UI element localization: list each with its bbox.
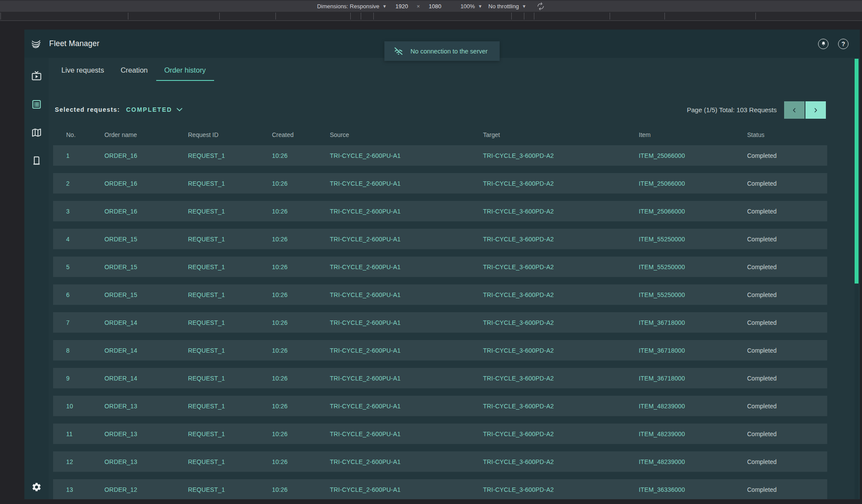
cell-status: Completed bbox=[747, 236, 827, 243]
cell-target: TRI-CYCLE_3-600PD-A2 bbox=[483, 458, 639, 465]
pagination-info: Page (1/5) Total: 103 Requests bbox=[687, 106, 777, 113]
help-icon[interactable]: ? bbox=[838, 39, 849, 49]
cell-source: TRI-CYCLE_2-600PU-A1 bbox=[330, 208, 483, 215]
status-filter-dropdown[interactable]: COMPLETED bbox=[126, 106, 183, 113]
table-row[interactable]: 5 ORDER_15 REQUEST_1 10:26 TRI-CYCLE_2-6… bbox=[53, 257, 827, 277]
column-header-no: No. bbox=[53, 131, 104, 138]
table-row[interactable]: 9 ORDER_14 REQUEST_1 10:26 TRI-CYCLE_2-6… bbox=[53, 368, 827, 388]
cell-request-id: REQUEST_1 bbox=[188, 236, 272, 243]
tab-live-requests[interactable]: Live requests bbox=[53, 66, 112, 81]
table-row[interactable]: 6 ORDER_15 REQUEST_1 10:26 TRI-CYCLE_2-6… bbox=[53, 284, 827, 305]
sidebar-item-map[interactable] bbox=[28, 124, 45, 141]
table-row[interactable]: 4 ORDER_15 REQUEST_1 10:26 TRI-CYCLE_2-6… bbox=[53, 229, 827, 249]
table-row[interactable]: 13 ORDER_12 REQUEST_1 10:26 TRI-CYCLE_2-… bbox=[53, 479, 827, 499]
cell-created: 10:26 bbox=[272, 347, 330, 354]
no-connection-toast: No connection to the server bbox=[384, 41, 500, 61]
cell-request-id: REQUEST_1 bbox=[188, 208, 272, 215]
cell-source: TRI-CYCLE_2-600PU-A1 bbox=[330, 486, 483, 493]
toast-message: No connection to the server bbox=[410, 48, 487, 55]
devtools-dimensions-dropdown[interactable]: Dimensions: Responsive ▼ bbox=[317, 3, 387, 10]
scrollbar-thumb[interactable] bbox=[855, 59, 859, 284]
cell-request-id: REQUEST_1 bbox=[188, 375, 272, 382]
layers-swirl-logo bbox=[30, 38, 42, 50]
devtools-throttling-dropdown[interactable]: No throttling ▼ bbox=[488, 3, 526, 10]
sidebar-item-settings[interactable] bbox=[28, 478, 45, 496]
cell-request-id: REQUEST_1 bbox=[188, 347, 272, 354]
devtools-zoom-dropdown[interactable]: 100% ▼ bbox=[460, 3, 482, 10]
cell-order-name: ORDER_15 bbox=[104, 291, 188, 298]
sidebar-item-order-history[interactable] bbox=[28, 96, 45, 113]
table-row[interactable]: 11 ORDER_13 REQUEST_1 10:26 TRI-CYCLE_2-… bbox=[53, 424, 827, 444]
table-header-row: No. Order name Request ID Created Source… bbox=[53, 131, 827, 138]
page-title: Fleet Manager bbox=[49, 39, 99, 48]
next-page-button[interactable] bbox=[805, 101, 826, 119]
cell-status: Completed bbox=[747, 403, 827, 410]
column-header-created: Created bbox=[272, 131, 330, 138]
cell-request-id: REQUEST_1 bbox=[188, 264, 272, 270]
column-header-target: Target bbox=[483, 131, 639, 138]
cell-status: Completed bbox=[747, 319, 827, 326]
cell-item: ITEM_48239000 bbox=[639, 403, 747, 410]
sidebar bbox=[24, 58, 49, 499]
tab-order-history[interactable]: Order history bbox=[156, 66, 214, 81]
sidebar-item-docs[interactable] bbox=[28, 152, 45, 170]
cell-source: TRI-CYCLE_2-600PU-A1 bbox=[330, 180, 483, 187]
table-row[interactable]: 1 ORDER_16 REQUEST_1 10:26 TRI-CYCLE_2-6… bbox=[53, 145, 827, 166]
tab-strip-divider bbox=[373, 13, 374, 20]
gear-icon bbox=[31, 482, 42, 492]
cell-created: 10:26 bbox=[272, 264, 330, 270]
cell-order-name: ORDER_13 bbox=[104, 403, 188, 410]
cell-request-id: REQUEST_1 bbox=[188, 319, 272, 326]
tab-strip-divider bbox=[219, 13, 220, 20]
cell-request-id: REQUEST_1 bbox=[188, 486, 272, 493]
cell-source: TRI-CYCLE_2-600PU-A1 bbox=[330, 403, 483, 410]
question-glyph: ? bbox=[842, 40, 845, 47]
column-header-source: Source bbox=[330, 131, 483, 138]
cell-order-name: ORDER_16 bbox=[104, 152, 188, 159]
tab-creation[interactable]: Creation bbox=[112, 66, 156, 81]
cell-item: ITEM_55250000 bbox=[639, 264, 747, 270]
column-header-order: Order name bbox=[104, 131, 188, 138]
cell-status: Completed bbox=[747, 458, 827, 465]
rotate-viewport-icon[interactable] bbox=[535, 0, 547, 12]
bell-icon[interactable] bbox=[818, 39, 828, 49]
tab-strip-divider bbox=[534, 13, 534, 20]
cell-item: ITEM_36336000 bbox=[639, 486, 747, 493]
cell-no: 4 bbox=[53, 236, 104, 243]
chevron-down-icon bbox=[176, 107, 183, 112]
table-row[interactable]: 10 ORDER_13 REQUEST_1 10:26 TRI-CYCLE_2-… bbox=[53, 396, 827, 416]
devtools-toolbar: Dimensions: Responsive ▼ 1920 × 1080 100… bbox=[0, 0, 862, 12]
cell-order-name: ORDER_15 bbox=[104, 264, 188, 270]
table-row[interactable]: 2 ORDER_16 REQUEST_1 10:26 TRI-CYCLE_2-6… bbox=[53, 173, 827, 194]
cell-target: TRI-CYCLE_3-600PD-A2 bbox=[483, 347, 639, 354]
cell-target: TRI-CYCLE_3-600PD-A2 bbox=[483, 431, 639, 437]
cell-target: TRI-CYCLE_3-600PD-A2 bbox=[483, 375, 639, 382]
chevron-right-icon bbox=[812, 107, 819, 113]
cell-target: TRI-CYCLE_3-600PD-A2 bbox=[483, 319, 639, 326]
cell-source: TRI-CYCLE_2-600PU-A1 bbox=[330, 347, 483, 354]
chevron-down-icon: ▼ bbox=[478, 4, 482, 9]
tab-strip-divider bbox=[350, 13, 351, 20]
cell-target: TRI-CYCLE_3-600PD-A2 bbox=[483, 236, 639, 243]
cell-created: 10:26 bbox=[272, 208, 330, 215]
cell-source: TRI-CYCLE_2-600PU-A1 bbox=[330, 458, 483, 465]
viewport-height-input[interactable]: 1080 bbox=[426, 3, 444, 10]
table-row[interactable]: 8 ORDER_14 REQUEST_1 10:26 TRI-CYCLE_2-6… bbox=[53, 340, 827, 360]
cell-target: TRI-CYCLE_3-600PD-A2 bbox=[483, 180, 639, 187]
cell-no: 5 bbox=[53, 264, 104, 270]
previous-page-button[interactable] bbox=[784, 101, 805, 119]
table-row[interactable]: 12 ORDER_13 REQUEST_1 10:26 TRI-CYCLE_2-… bbox=[53, 451, 827, 472]
table-row[interactable]: 3 ORDER_16 REQUEST_1 10:26 TRI-CYCLE_2-6… bbox=[53, 201, 827, 221]
cell-no: 6 bbox=[53, 291, 104, 298]
viewport-width-input[interactable]: 1920 bbox=[393, 3, 411, 10]
cell-source: TRI-CYCLE_2-600PU-A1 bbox=[330, 264, 483, 270]
chevron-down-icon: ▼ bbox=[522, 4, 526, 9]
cell-source: TRI-CYCLE_2-600PU-A1 bbox=[330, 291, 483, 298]
column-header-item: Item bbox=[639, 131, 747, 138]
table-row[interactable]: 7 ORDER_14 REQUEST_1 10:26 TRI-CYCLE_2-6… bbox=[53, 312, 827, 333]
chevron-left-icon bbox=[791, 107, 798, 113]
chevron-down-icon: ▼ bbox=[382, 4, 387, 9]
sidebar-item-live-requests[interactable] bbox=[28, 67, 45, 85]
cell-no: 13 bbox=[53, 486, 104, 493]
cell-item: ITEM_36718000 bbox=[639, 347, 747, 354]
